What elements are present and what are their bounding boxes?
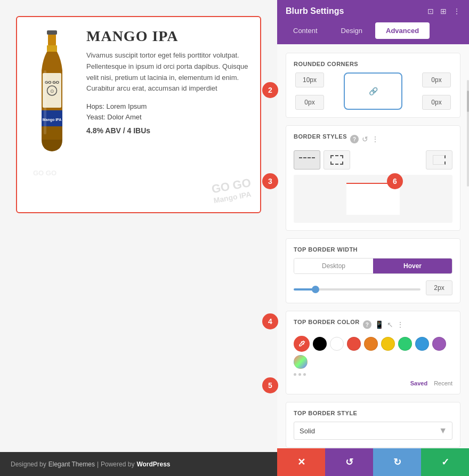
scrollbar-thumb[interactable]: [467, 91, 469, 112]
dot-3: [303, 373, 306, 376]
cursor-icon[interactable]: ↖: [387, 320, 393, 329]
border-top-dashed-icon: [299, 157, 315, 163]
swatch-yellow[interactable]: [381, 337, 395, 351]
beer-bottle-container: GO GO ⊙ Mango IPA GO GO: [28, 28, 76, 166]
border-style-select[interactable]: Solid Dashed Dotted Double None: [294, 422, 452, 440]
corner-bottom-left-input[interactable]: [295, 95, 324, 110]
redo-button[interactable]: ↻: [373, 448, 421, 476]
step-badge-3: 3: [262, 173, 278, 189]
step-badge-4: 4: [262, 313, 278, 329]
swatch-red[interactable]: [347, 337, 361, 351]
top-border-width-label: Top Border Width: [294, 246, 452, 253]
border-styles-label: Border Styles: [294, 133, 347, 140]
blurb-text: MANGO IPA Vivamus suscipit tortor eget f…: [86, 28, 249, 135]
border-style-all-btn[interactable]: [324, 150, 350, 170]
border-style-right-btn[interactable]: [426, 150, 452, 170]
slider-row: [294, 280, 452, 295]
border-preview-box: [294, 175, 452, 223]
border-styles-section: Border Styles ? ↺ ⋮: [286, 125, 460, 231]
swatch-white[interactable]: [330, 337, 344, 351]
hover-tab[interactable]: Hover: [373, 259, 452, 273]
swatch-black[interactable]: [313, 337, 327, 351]
swatch-gradient[interactable]: [294, 355, 308, 369]
swatch-green[interactable]: [398, 337, 412, 351]
border-styles-help-icon[interactable]: ?: [350, 135, 359, 143]
saved-link[interactable]: Saved: [410, 380, 427, 386]
step-badge-5: 5: [262, 377, 278, 393]
border-width-value-input[interactable]: [426, 280, 452, 295]
panel-title: Blurb Settings: [286, 6, 344, 16]
svg-rect-11: [44, 70, 46, 134]
panel-tabs: Content Design Advanced: [277, 22, 469, 44]
reset-button[interactable]: ↺: [325, 448, 373, 476]
svg-text:GO GO: GO GO: [44, 80, 59, 85]
saved-recent-row: Saved Recent: [294, 380, 452, 386]
top-border-color-section: Top Border Color ? 📱 ↖ ⋮: [286, 311, 460, 394]
action-bar: ✕ ↺ ↻ ✓: [277, 448, 469, 476]
screen-icon[interactable]: ⊡: [427, 7, 434, 15]
corner-top-left-input[interactable]: [295, 72, 324, 87]
tab-design[interactable]: Design: [330, 22, 373, 39]
corner-preview-box: 🔗: [344, 72, 402, 110]
footer-elegant-themes-link[interactable]: Elegant Themes: [48, 461, 95, 468]
step-badge-6: 6: [387, 173, 403, 189]
desktop-tab[interactable]: Desktop: [294, 259, 373, 273]
scrollbar-track: [467, 80, 469, 187]
top-border-color-label: Top Border Color: [294, 319, 360, 325]
preview-content: GO GO ⊙ Mango IPA GO GO: [0, 0, 277, 452]
blurb-abv: 4.8% ABV / 4 IBUs: [86, 126, 249, 135]
panel-header: Blurb Settings ⊡ ⊞ ⋮: [277, 0, 469, 22]
blurb-hops: Hops: Lorem Ipsum: [86, 102, 249, 110]
svg-rect-2: [47, 45, 57, 52]
swatch-blue[interactable]: [415, 337, 429, 351]
eyedropper-button[interactable]: [294, 336, 310, 352]
border-width-slider-container: [294, 283, 421, 293]
more-vertical-icon[interactable]: ⋮: [453, 7, 460, 15]
border-width-slider[interactable]: [294, 288, 421, 291]
cancel-button[interactable]: ✕: [277, 448, 325, 476]
border-style-select-wrapper: Solid Dashed Dotted Double None ▼: [294, 422, 452, 440]
tab-content[interactable]: Content: [282, 22, 328, 39]
panel-header-icons: ⊡ ⊞ ⋮: [427, 7, 460, 15]
corner-bottom-right-input[interactable]: [422, 95, 451, 110]
svg-text:⊙: ⊙: [50, 88, 54, 94]
mobile-icon[interactable]: 📱: [375, 320, 384, 329]
recent-link[interactable]: Recent: [434, 380, 452, 386]
dot-1: [294, 373, 296, 376]
color-swatches: [294, 336, 452, 369]
panel-body: Rounded Corners 🔗 Bor: [277, 44, 469, 476]
footer-bar: Designed by Elegant Themes | Powered by …: [0, 452, 277, 476]
top-border-style-label: Top Border Style: [294, 410, 452, 416]
rounded-corners-label: Rounded Corners: [294, 61, 452, 67]
footer-wordpress: WordPress: [136, 461, 170, 468]
confirm-button[interactable]: ✓: [421, 448, 469, 476]
dot-2: [298, 373, 301, 376]
tab-advanced[interactable]: Advanced: [375, 22, 430, 39]
webpage-preview: GO GO ⊙ Mango IPA GO GO: [0, 0, 277, 476]
corners-grid: 🔗: [294, 72, 452, 110]
top-border-style-section: Top Border Style Solid Dashed Dotted Dou…: [286, 402, 460, 448]
swatch-purple[interactable]: [432, 337, 446, 351]
grid-icon[interactable]: ⊞: [440, 7, 447, 15]
footer-powered-by: Powered by: [101, 461, 134, 468]
border-styles-header: Border Styles ? ↺ ⋮: [294, 133, 452, 145]
top-border-color-help-icon[interactable]: ?: [363, 320, 371, 329]
blurb-yeast: Yeast: Dolor Amet: [86, 113, 249, 121]
blurb-title: MANGO IPA: [86, 28, 249, 45]
footer-designed-by: Designed by: [11, 461, 46, 468]
border-styles-reset-icon[interactable]: ↺: [362, 135, 368, 143]
border-style-top-btn[interactable]: [294, 150, 320, 170]
dots-row: [294, 373, 452, 376]
swatch-orange[interactable]: [364, 337, 378, 351]
blurb-card: GO GO ⊙ Mango IPA GO GO: [16, 16, 261, 213]
device-tabs: Desktop Hover: [294, 258, 452, 274]
border-all-dashed-icon: [330, 155, 343, 165]
svg-rect-1: [48, 35, 56, 45]
step-badge-2: 2: [262, 82, 278, 98]
border-styles-more-icon[interactable]: ⋮: [371, 135, 379, 143]
border-style-buttons: [294, 150, 452, 170]
corner-top-right-input[interactable]: [422, 72, 451, 87]
link-icon: 🔗: [369, 87, 378, 95]
top-border-color-more-icon[interactable]: ⋮: [397, 320, 404, 329]
rounded-corners-section: Rounded Corners 🔗: [286, 53, 460, 118]
